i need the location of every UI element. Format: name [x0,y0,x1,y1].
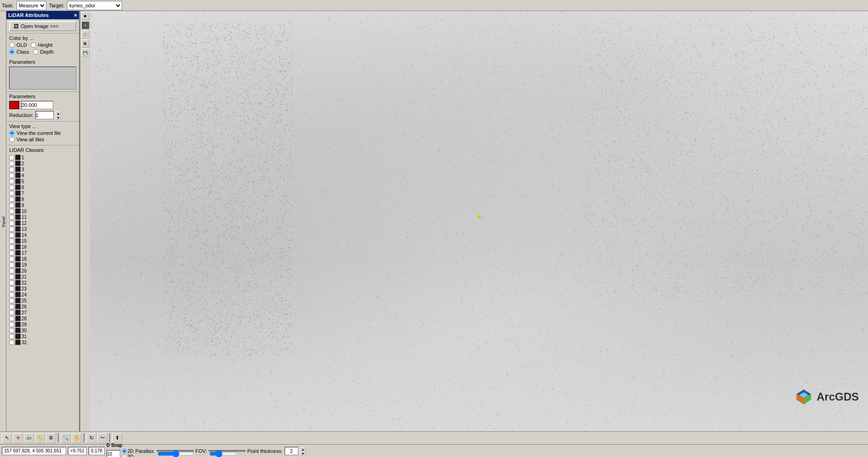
radio-depth-input[interactable] [33,49,39,55]
class-checkbox-27[interactable] [9,310,14,315]
class-num-31: 31 [22,334,27,339]
radio-gld-input[interactable] [9,42,15,48]
pan-tool-btn[interactable]: ✋ [72,433,82,443]
radio-height-input[interactable] [31,42,36,48]
param-value-input[interactable] [21,101,53,109]
class-num-23: 23 [22,286,27,291]
class-checkbox-20[interactable] [9,268,14,273]
color-by-title: Color by ... [9,35,76,41]
class-item-3: 3 [9,167,76,172]
reduction-spinner[interactable]: ▲ ▼ [56,111,61,119]
export-tool-btn[interactable]: ⬆ [112,433,122,443]
class-num-3: 3 [22,167,24,172]
parallax-range[interactable] [157,451,194,457]
class-item-4: 4 [9,173,76,178]
reduction-row: Reduction: ▲ ▼ [9,111,76,119]
icon-save[interactable]: 💾 [81,49,90,57]
class-checkbox-23[interactable] [9,286,14,291]
radio-all-files-input[interactable] [9,137,15,142]
class-checkbox-11[interactable] [9,215,14,220]
snap-2d-label: 2D [128,449,134,454]
spin-down[interactable]: ▼ [56,115,61,119]
class-num-12: 12 [22,221,27,226]
panel-header: LiDAR Attributes ✕ [6,11,79,19]
class-checkbox-21[interactable] [9,274,14,279]
class-checkbox-19[interactable] [9,262,14,268]
class-checkbox-15[interactable] [9,239,14,244]
class-checkbox-30[interactable] [9,328,14,333]
class-color-5 [15,178,21,184]
crosshair-tool-btn[interactable]: ✛ [13,433,23,443]
point-thickness-input[interactable] [285,447,298,455]
class-item-18: 18 [9,256,76,262]
class-item-10: 10 [9,208,76,214]
class-checkbox-31[interactable] [9,334,14,339]
radio-class: Class [9,49,29,55]
class-color-1 [15,155,21,160]
class-checkbox-3[interactable] [9,167,14,172]
pt-spin-up[interactable]: ▲ [300,447,306,451]
fov-slider[interactable] [209,450,246,452]
class-checkbox-7[interactable] [9,191,14,196]
rotate-tool-btn[interactable]: ↻ [86,433,96,443]
class-checkbox-6[interactable] [9,185,14,190]
parallax-slider[interactable] [157,450,194,452]
class-num-11: 11 [22,215,27,220]
reduction-input[interactable] [35,111,54,119]
task-dropdown[interactable]: Measure [17,1,46,10]
icon-grid[interactable]: ▦ [81,39,90,48]
class-checkbox-18[interactable] [9,256,14,262]
rectangle-tool-btn[interactable]: ▭ [24,433,34,443]
open-image-button[interactable]: 🖼 Open Image >>> [9,21,76,31]
classes-title: LIDAR Classes: [9,147,76,153]
class-color-14 [15,232,21,238]
svg-rect-11 [184,80,185,80]
class-checkbox-14[interactable] [9,233,14,238]
class-checkbox-4[interactable] [9,173,14,178]
snap-value-input[interactable] [106,450,120,457]
main-viewport[interactable]: + ArcGDS [90,11,868,431]
class-checkbox-25[interactable] [9,298,14,303]
class-num-27: 27 [22,310,27,315]
class-checkbox-8[interactable] [9,197,14,202]
class-checkbox-5[interactable] [9,179,14,184]
class-color-15 [15,238,21,244]
class-checkbox-2[interactable] [9,161,14,166]
class-checkbox-12[interactable] [9,221,14,226]
class-checkbox-29[interactable] [9,322,14,327]
class-checkbox-17[interactable] [9,251,14,256]
measure-tool-btn[interactable]: 📏 [35,433,45,443]
snap-2d-radio[interactable] [122,449,127,453]
target-dropdown[interactable]: kyries_odoi [67,1,122,10]
panel-close-btn[interactable]: ✕ [73,13,77,18]
icon-box[interactable]: □ [81,30,90,39]
class-checkbox-10[interactable] [9,209,14,214]
curve-tool-btn[interactable]: 〜 [97,433,107,443]
class-checkbox-1[interactable] [9,155,14,160]
class-checkbox-24[interactable] [9,292,14,297]
class-checkbox-26[interactable] [9,304,14,309]
pt-spin-down[interactable]: ▼ [300,451,306,455]
snap-3d-radio[interactable] [122,454,127,457]
icon-fill[interactable]: ■ [81,12,90,20]
icon-outline[interactable]: ▪ [81,21,90,29]
fov-range[interactable] [209,451,237,457]
class-checkbox-32[interactable] [9,340,14,345]
color-swatch[interactable] [9,101,19,109]
settings-tool-btn[interactable]: ⚙ [46,433,56,443]
zoom-tool-btn[interactable]: 🔍 [61,433,71,443]
class-checkbox-28[interactable] [9,316,14,321]
logo-cube-icon [795,388,813,406]
class-checkbox-13[interactable] [9,227,14,232]
point-cloud-svg [90,11,868,431]
fov-label: FOV: [196,448,207,454]
class-checkbox-9[interactable] [9,203,14,208]
radio-depth: Depth [33,49,54,55]
radio-class-input[interactable] [9,49,15,55]
pointer-tool-btn[interactable]: ↖ [2,433,12,443]
radio-current-file-input[interactable] [9,130,15,136]
class-checkbox-16[interactable] [9,245,14,250]
spin-up[interactable]: ▲ [56,111,61,115]
snap-section: D Snap 2D 3D [106,443,134,457]
class-checkbox-22[interactable] [9,280,14,285]
